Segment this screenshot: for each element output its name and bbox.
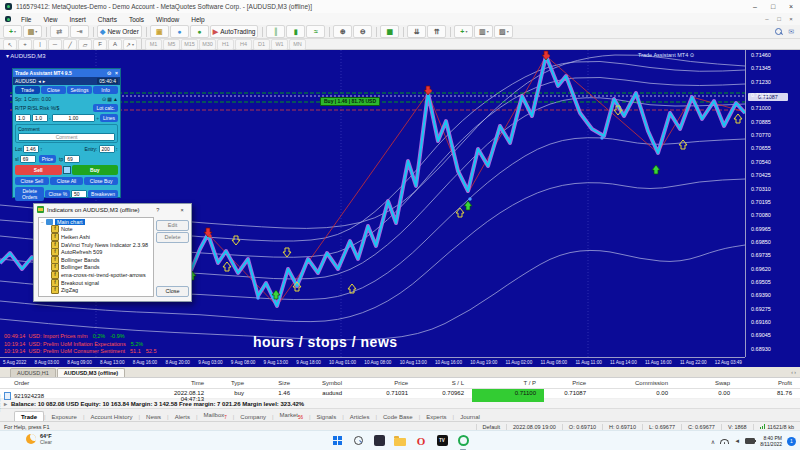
vertical-line-tool[interactable]: | [33,39,47,50]
close-pct-input[interactable]: 50 [71,190,87,198]
sort-desc-button[interactable]: ⇈ [427,25,446,38]
chart-shift-button[interactable]: ⇥ [70,25,89,38]
terminal-tab-journal[interactable]: Journal [454,412,486,422]
col-type[interactable]: Type [212,378,252,388]
terminal-tab-experts[interactable]: Experts [420,412,452,422]
lot-calc-button[interactable]: Lot calc. [93,104,118,112]
col-size[interactable]: Size [252,378,298,388]
tray-chevron-icon[interactable]: ∧ [711,438,715,445]
risk-input[interactable]: 1.00 [52,114,95,122]
speaker-icon[interactable]: ◄ [734,438,740,444]
panel-mini-icon-1[interactable]: ⊙ [102,96,106,102]
comment-input[interactable]: Comment [18,133,115,141]
risk-plus-button[interactable]: + [96,115,99,121]
chart-area[interactable]: ▾ AUDUSD,M3 Trade Assistant MT4 ⊙ Buy | … [0,50,800,367]
timeframe-h4[interactable]: H4 [235,39,252,50]
opera-icon[interactable]: O [414,433,428,448]
expander-icon[interactable]: ▸ [4,400,7,407]
col-time[interactable]: Time [150,378,212,388]
search-icon[interactable] [775,28,782,35]
sell-button[interactable]: Sell [15,165,62,175]
symbol-select[interactable]: AUDUSD [15,78,36,84]
indicator-row[interactable]: fHeiken Ashi [39,233,153,241]
indicator-row[interactable]: fZigZag [39,286,153,294]
minimize-button[interactable]: – [746,1,764,13]
col-symbol[interactable]: Symbol [298,378,350,388]
menu-charts[interactable]: Charts [92,16,123,23]
autotrading-button[interactable]: ▶AutoTrading [210,25,259,38]
terminal-tab-code-base[interactable]: Code Base [377,412,419,422]
panel-tab-settings[interactable]: Settings [67,86,92,94]
timeframe-w1[interactable]: W1 [271,39,288,50]
mdi-minimize-icon[interactable]: – [761,16,773,22]
fibonacci-tool[interactable]: F [93,39,107,50]
start-button[interactable] [330,433,344,448]
periods-button[interactable]: ▥▾ [474,25,493,38]
indicator-row[interactable]: fAutoRefresh 509 [39,248,153,256]
terminal-tab-account-history[interactable]: Account History [85,412,139,422]
text-label-tool[interactable]: A [108,39,122,50]
terminal-tab-news[interactable]: News [140,412,167,422]
panel-mini-icon-3[interactable]: ▲ [113,96,118,102]
indicators-dialog[interactable]: Indicators on AUDUSD,M3 (offline) ? × −M… [33,203,192,302]
scroll-chart-button[interactable]: ⇄ [50,25,69,38]
panel-mini-icon-2[interactable]: ▦ [107,96,112,102]
chat-icon[interactable]: ✉ [788,28,794,36]
col-order[interactable]: Order [0,378,150,388]
timeframe-m1[interactable]: M1 [145,39,162,50]
close-sell-button[interactable]: Close Sell [15,177,49,185]
next-symbol-icon[interactable]: ▸ [43,78,46,84]
order-row[interactable]: 921924238 2022.08.12 04:47:13 buy 1.46 a… [0,389,800,399]
terminal-tab-exposure[interactable]: Exposure [46,412,83,422]
community-button[interactable]: ● [170,25,189,38]
timeframe-m5[interactable]: M5 [163,39,180,50]
col-profit[interactable]: Profit [738,378,800,388]
crosshair-tool[interactable]: + [18,39,32,50]
menu-help[interactable]: Help [185,16,210,23]
trendline-tool[interactable]: ╱ [63,39,77,50]
time-axis[interactable]: 5 Aug 20228 Aug 03:008 Aug 09:008 Aug 13… [0,357,745,367]
terminal-side-label[interactable]: Terminal [0,394,1,413]
terminal-tab-signals[interactable]: Signals [311,412,343,422]
tree-expander-icon[interactable]: − [41,219,44,225]
timeframe-mn[interactable]: MN [289,39,306,50]
indicators-tree[interactable]: −Main chartfNotefHeiken AshifDaVinci Tru… [38,217,154,297]
web-request-button[interactable]: ● [190,25,209,38]
task-view-icon[interactable] [372,433,386,448]
zoom-in-button[interactable]: ⊕ [333,25,352,38]
panel-close-icon[interactable]: × [115,70,118,76]
panel-tab-close[interactable]: Close [41,86,66,94]
chart-tab[interactable]: AUDUSD,M3 (offline) [57,368,125,377]
arrow-objects-tool[interactable]: ↗▾ [123,39,137,50]
delete-orders-button[interactable]: Delete Orders [15,187,44,201]
breakeven-button[interactable]: Breakeven [88,190,118,198]
zoom-out-button[interactable]: ⊖ [353,25,372,38]
bar-chart-button[interactable]: ║ [266,25,285,38]
sort-asc-button[interactable]: ⇊ [407,25,426,38]
battery-icon[interactable] [745,438,755,444]
panel-tab-info[interactable]: Info [93,86,118,94]
tab-scroll-arrows[interactable]: ‹ › [791,369,796,375]
sl-input[interactable]: 69 [20,155,36,163]
indicators-dialog-titlebar[interactable]: Indicators on AUDUSD,M3 (offline) ? × [34,204,191,215]
edit-indicator-button[interactable]: Edit [156,220,189,231]
timeframe-d1[interactable]: D1 [253,39,270,50]
maximize-button[interactable]: □ [764,1,782,13]
timeframe-m30[interactable]: M30 [199,39,216,50]
menu-window[interactable]: Window [150,16,185,23]
tp-input[interactable]: 69 [64,155,80,163]
col-swap[interactable]: Swap [676,378,738,388]
menu-insert[interactable]: Insert [63,16,91,23]
col-commission[interactable]: Commission [594,378,676,388]
risk-minus-button[interactable]: - [49,115,51,121]
close-button[interactable]: × [782,1,800,13]
lines-button[interactable]: Lines [100,114,118,122]
close-pct-button[interactable]: Close % [45,190,70,198]
taskbar-clock[interactable]: 8:40 PM 8/11/2022 [760,435,782,447]
file-explorer-icon[interactable] [393,433,407,448]
delete-indicator-button[interactable]: Delete [156,232,189,243]
line-chart-button[interactable]: ≈ [306,25,325,38]
new-order-button[interactable]: ◆New Order [97,25,142,38]
col-sl[interactable]: S / L [416,378,472,388]
price-button[interactable]: Price [39,155,56,163]
